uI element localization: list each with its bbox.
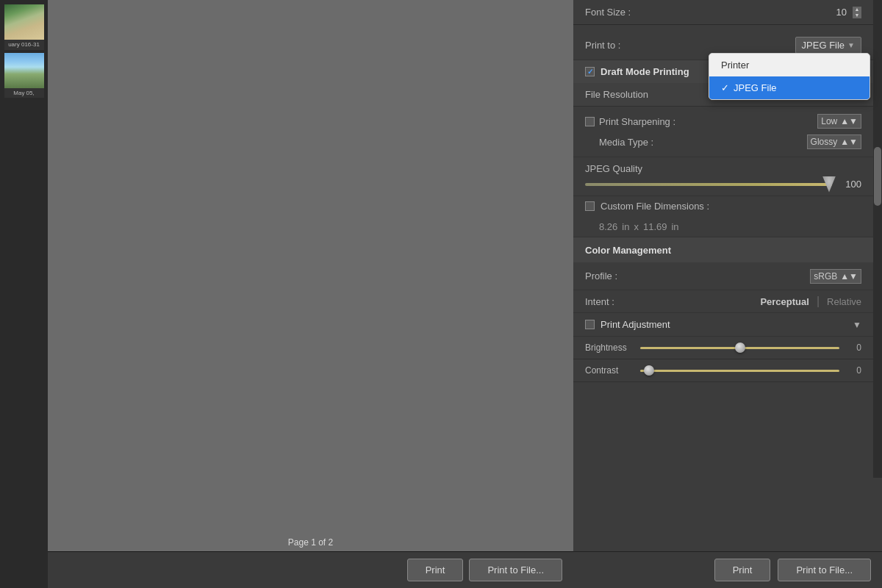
print-to-arrow: ▼	[847, 41, 855, 49]
dim-unit1: in	[622, 221, 629, 232]
dropdown-item-jpeg-label: JPEG File	[734, 82, 777, 93]
font-size-stepper[interactable]: ▲ ▼	[853, 7, 861, 18]
jpeg-quality-thumb[interactable]	[822, 176, 836, 193]
print-to-dropdown-popup: Printer ✓ JPEG File	[709, 53, 870, 100]
filmstrip-date-2: May 05,	[4, 88, 44, 98]
sharpening-label: Print Sharpening :	[599, 116, 675, 127]
print-adj-checkbox[interactable]	[585, 320, 595, 329]
settings-panel: Font Size : 10 ▲ ▼ Print to : JPEG File …	[573, 0, 882, 588]
intent-perceptual[interactable]: Perceptual	[760, 296, 808, 307]
dropdown-item-printer-label: Printer	[721, 60, 749, 71]
right-print-to-file-button[interactable]: Print to File...	[778, 559, 871, 581]
sharpening-select[interactable]: Low ▲▼	[817, 114, 861, 129]
print-sharpening-section: Print Sharpening : Low ▲▼ Media Type : G…	[573, 107, 873, 157]
dim-width: 8.26	[585, 221, 617, 232]
jpeg-quality-slider-row: 100	[585, 179, 861, 190]
dim-x: x	[634, 221, 639, 232]
right-print-button[interactable]: Print	[714, 559, 771, 581]
dimensions-row: 8.26 in x 11.69 in	[573, 216, 873, 237]
sharpening-label-group: Print Sharpening :	[585, 116, 675, 127]
jpeg-quality-label: JPEG Quality	[585, 163, 861, 174]
profile-row: Profile : sRGB ▲▼	[573, 262, 873, 290]
custom-dims-label: Custom File Dimensions :	[600, 201, 709, 212]
intent-relative[interactable]: Relative	[827, 296, 861, 307]
sharpening-row: Print Sharpening : Low ▲▼	[585, 111, 861, 132]
sharpening-arrow: ▲▼	[840, 116, 858, 126]
dim-height: 11.69	[643, 221, 667, 232]
media-type-label: Media Type :	[585, 137, 653, 148]
sharpening-value: Low	[821, 116, 837, 126]
filmstrip-panel: uary 016-31 May 05,	[0, 0, 48, 588]
brightness-row: Brightness 0	[573, 337, 873, 359]
contrast-value: 0	[847, 365, 861, 376]
color-management-header: Color Management	[573, 237, 873, 262]
separator-1	[573, 25, 873, 31]
profile-value: sRGB	[814, 271, 837, 282]
font-size-down[interactable]: ▼	[853, 12, 861, 18]
dim-unit2: in	[671, 221, 678, 232]
media-type-select[interactable]: Glossy ▲▼	[807, 135, 861, 149]
custom-dims-header: Custom File Dimensions :	[573, 196, 873, 216]
filmstrip-item-1[interactable]: uary 016-31	[4, 4, 44, 50]
draft-mode-checkbox[interactable]	[585, 67, 595, 76]
filmstrip-thumb-1	[4, 4, 44, 40]
custom-dims-checkbox[interactable]	[585, 201, 595, 211]
right-bottom-bar: Print Print to File...	[573, 551, 882, 588]
custom-dims-section: Custom File Dimensions : 8.26 in x 11.69…	[573, 196, 873, 237]
font-size-up[interactable]: ▲	[853, 7, 861, 12]
dimensions-inputs: 8.26 in x 11.69 in	[585, 221, 679, 232]
brightness-slider[interactable]	[640, 347, 839, 349]
print-to-file-button[interactable]: Print to File...	[469, 559, 562, 581]
intent-options: Perceptual | Relative	[760, 295, 861, 308]
file-resolution-label: File Resolution	[585, 89, 648, 100]
brightness-value: 0	[847, 343, 861, 353]
brightness-thumb[interactable]	[735, 343, 745, 353]
print-preview-area: Page 1 of 2 Print Print to File...	[48, 0, 573, 588]
profile-label: Profile :	[585, 270, 617, 282]
print-to-label: Print to :	[585, 40, 620, 51]
print-adj-left: Print Adjustment	[585, 319, 670, 330]
print-adjustment-header: Print Adjustment ▼	[573, 313, 873, 337]
filmstrip-date-1: uary 016-31	[4, 40, 44, 50]
dropdown-check-icon: ✓	[721, 82, 729, 93]
contrast-slider[interactable]	[640, 370, 839, 372]
font-size-row: Font Size : 10 ▲ ▼	[573, 0, 873, 25]
profile-arrow: ▲▼	[840, 271, 858, 282]
print-to-value: JPEG File	[802, 40, 845, 51]
media-type-value: Glossy	[811, 137, 838, 147]
intent-divider: |	[817, 295, 820, 308]
media-type-row: Media Type : Glossy ▲▼	[585, 132, 861, 152]
filmstrip-scroll: uary 016-31 May 05,	[0, 0, 48, 588]
font-size-label: Font Size :	[585, 7, 631, 18]
scrollbar-track[interactable]	[873, 0, 882, 478]
color-mgmt-label: Color Management	[585, 245, 671, 256]
intent-row: Intent : Perceptual | Relative	[573, 290, 873, 313]
contrast-row: Contrast 0	[573, 359, 873, 382]
print-adj-triangle[interactable]: ▼	[853, 320, 861, 330]
jpeg-quality-section: JPEG Quality 100	[573, 157, 873, 196]
intent-label: Intent :	[585, 296, 614, 307]
print-to-dropdown[interactable]: JPEG File ▼	[795, 37, 861, 54]
font-size-control: 10 ▲ ▼	[836, 7, 861, 18]
filmstrip-item-2[interactable]: May 05,	[4, 53, 44, 98]
draft-mode-label: Draft Mode Printing	[600, 66, 689, 77]
contrast-label: Contrast	[585, 365, 633, 376]
brightness-label: Brightness	[585, 343, 633, 353]
jpeg-quality-slider[interactable]	[585, 183, 832, 186]
sharpening-checkbox[interactable]	[585, 117, 595, 126]
scrollbar-thumb[interactable]	[874, 147, 881, 206]
contrast-thumb[interactable]	[644, 365, 654, 376]
jpeg-quality-value: 100	[839, 179, 861, 190]
profile-select[interactable]: sRGB ▲▼	[810, 269, 861, 284]
bottom-button-bar: Print Print to File...	[48, 551, 573, 588]
filmstrip-thumb-2	[4, 53, 44, 88]
page-count: Page 1 of 2	[288, 537, 333, 548]
media-type-arrow: ▲▼	[840, 137, 858, 147]
print-button[interactable]: Print	[407, 559, 464, 581]
dropdown-item-printer[interactable]: Printer	[709, 54, 870, 76]
print-adj-label: Print Adjustment	[600, 319, 670, 330]
dropdown-item-jpeg[interactable]: ✓ JPEG File	[709, 76, 870, 99]
font-size-value: 10	[836, 7, 847, 18]
